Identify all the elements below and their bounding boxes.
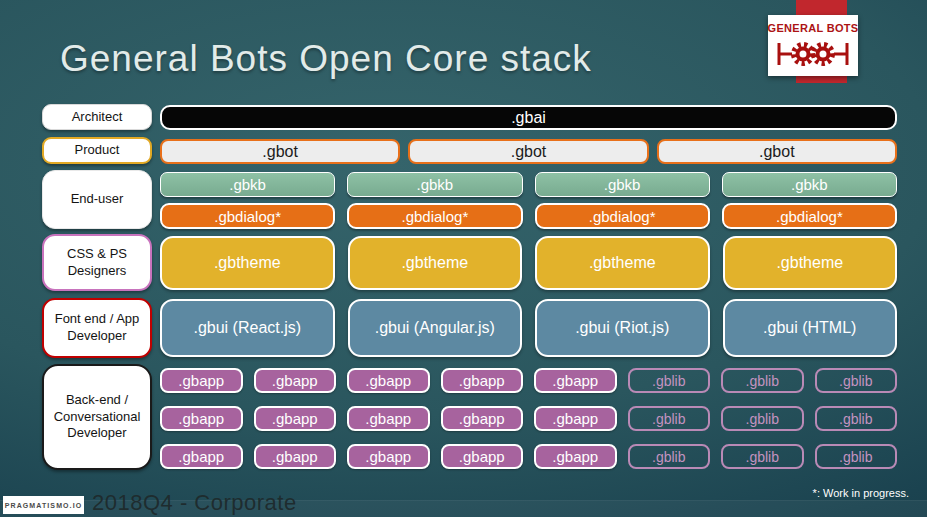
- gbui-html-box: .gbui (HTML): [723, 299, 898, 357]
- general-bots-logo: GENERAL BOTS: [768, 15, 858, 76]
- pragmatismo-logo: PRAGMATISMO.IO: [3, 496, 84, 514]
- work-in-progress-footnote: *: Work in progress.: [813, 487, 909, 499]
- gbdialog-box: .gbdialog*: [347, 203, 522, 229]
- gblib-box: .gblib: [628, 406, 711, 431]
- label-backend-conversational-developer: Back-end / Conversational Developer: [42, 364, 152, 470]
- slide: General Bots Open Core stack GENERAL BOT…: [0, 0, 927, 517]
- gbapp-box: .gbapp: [534, 444, 617, 469]
- gbtheme-box: .gbtheme: [160, 236, 335, 290]
- row-gbtheme: .gbtheme .gbtheme .gbtheme .gbtheme: [160, 236, 897, 290]
- row-gbai: .gbai: [160, 105, 897, 130]
- gbot-box: .gbot: [408, 139, 648, 164]
- gblib-box: .gblib: [721, 406, 804, 431]
- gbapp-box: .gbapp: [534, 368, 617, 393]
- row-gbdialog: .gbdialog* .gbdialog* .gbdialog* .gbdial…: [160, 203, 897, 229]
- row-apps-1: .gbapp .gbapp .gbapp .gbapp .gbapp .gbli…: [160, 368, 897, 393]
- label-css-ps-text: CSS & PS Designers: [52, 246, 142, 280]
- label-architect-text: Architect: [72, 109, 123, 126]
- gbapp-box: .gbapp: [441, 444, 524, 469]
- row-gbui: .gbui (React.js) .gbui (Angular.js) .gbu…: [160, 299, 897, 357]
- row-apps-3: .gbapp .gbapp .gbapp .gbapp .gbapp .gbli…: [160, 444, 897, 469]
- gblib-box: .gblib: [815, 406, 898, 431]
- gbapp-box: .gbapp: [347, 444, 430, 469]
- label-frontend-text: Font end / App Developer: [52, 311, 142, 345]
- row-gbkb: .gbkb .gbkb .gbkb .gbkb: [160, 172, 897, 197]
- gbdialog-box: .gbdialog*: [722, 203, 897, 229]
- label-end-user-text: End-user: [71, 191, 124, 208]
- gbtheme-box: .gbtheme: [723, 236, 898, 290]
- gblib-box: .gblib: [628, 368, 711, 393]
- gbdialog-box: .gbdialog*: [160, 203, 335, 229]
- label-product-text: Product: [75, 142, 120, 159]
- gbapp-box: .gbapp: [160, 444, 243, 469]
- gbapp-box: .gbapp: [347, 368, 430, 393]
- gbot-box: .gbot: [160, 139, 400, 164]
- gbapp-box: .gbapp: [534, 406, 617, 431]
- gbkb-box: .gbkb: [535, 172, 710, 197]
- gbapp-box: .gbapp: [441, 368, 524, 393]
- gblib-box: .gblib: [815, 368, 898, 393]
- gblib-box: .gblib: [721, 368, 804, 393]
- gbapp-box: .gbapp: [347, 406, 430, 431]
- gblib-box: .gblib: [628, 444, 711, 469]
- gbai-bar: .gbai: [160, 105, 897, 130]
- logo-brand-text: GENERAL BOTS: [768, 22, 859, 34]
- gbui-angular-box: .gbui (Angular.js): [348, 299, 523, 357]
- gbtheme-box: .gbtheme: [348, 236, 523, 290]
- gbtheme-box: .gbtheme: [535, 236, 710, 290]
- gbot-box: .gbot: [657, 139, 897, 164]
- slide-footer-text: 2018Q4 - Corporate: [92, 490, 297, 516]
- label-backend-text: Back-end / Conversational Developer: [52, 392, 142, 443]
- gbdialog-box: .gbdialog*: [535, 203, 710, 229]
- gbui-riot-box: .gbui (Riot.js): [535, 299, 710, 357]
- gbapp-box: .gbapp: [254, 368, 337, 393]
- row-apps-2: .gbapp .gbapp .gbapp .gbapp .gbapp .gbli…: [160, 406, 897, 431]
- page-title: General Bots Open Core stack: [60, 38, 592, 80]
- gbkb-box: .gbkb: [160, 172, 335, 197]
- gbui-react-box: .gbui (React.js): [160, 299, 335, 357]
- gblib-box: .gblib: [815, 444, 898, 469]
- label-frontend-app-developer: Font end / App Developer: [42, 298, 152, 358]
- label-end-user: End-user: [42, 170, 152, 229]
- gbapp-box: .gbapp: [160, 368, 243, 393]
- gblib-box: .gblib: [721, 444, 804, 469]
- gbkb-box: .gbkb: [722, 172, 897, 197]
- gears-icon: [776, 36, 850, 70]
- row-gbot: .gbot .gbot .gbot: [160, 139, 897, 164]
- gbapp-box: .gbapp: [254, 406, 337, 431]
- gbapp-box: .gbapp: [254, 444, 337, 469]
- gbkb-box: .gbkb: [347, 172, 522, 197]
- label-product: Product: [42, 137, 152, 164]
- label-architect: Architect: [42, 104, 152, 130]
- gbapp-box: .gbapp: [441, 406, 524, 431]
- label-css-ps-designers: CSS & PS Designers: [42, 234, 152, 291]
- gbapp-box: .gbapp: [160, 406, 243, 431]
